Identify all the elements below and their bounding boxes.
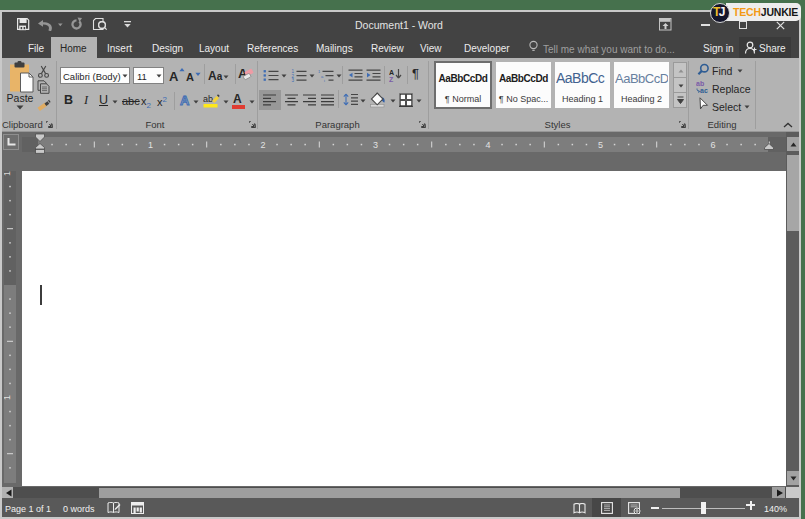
svg-text:1: 1 bbox=[4, 171, 12, 176]
svg-text:3: 3 bbox=[373, 140, 378, 150]
svg-text:A: A bbox=[389, 69, 394, 76]
svg-text:1: 1 bbox=[148, 140, 153, 150]
svg-text:6: 6 bbox=[710, 140, 715, 150]
svg-text:1: 1 bbox=[4, 395, 12, 400]
svg-text:5: 5 bbox=[598, 140, 603, 150]
svg-text:3: 3 bbox=[292, 78, 295, 82]
svg-text:ac: ac bbox=[700, 87, 708, 94]
svg-text:ab: ab bbox=[203, 94, 213, 104]
svg-text:i: i bbox=[324, 78, 325, 82]
svg-text:2: 2 bbox=[260, 140, 265, 150]
svg-text:4: 4 bbox=[485, 140, 490, 150]
svg-text:Z: Z bbox=[389, 76, 394, 82]
